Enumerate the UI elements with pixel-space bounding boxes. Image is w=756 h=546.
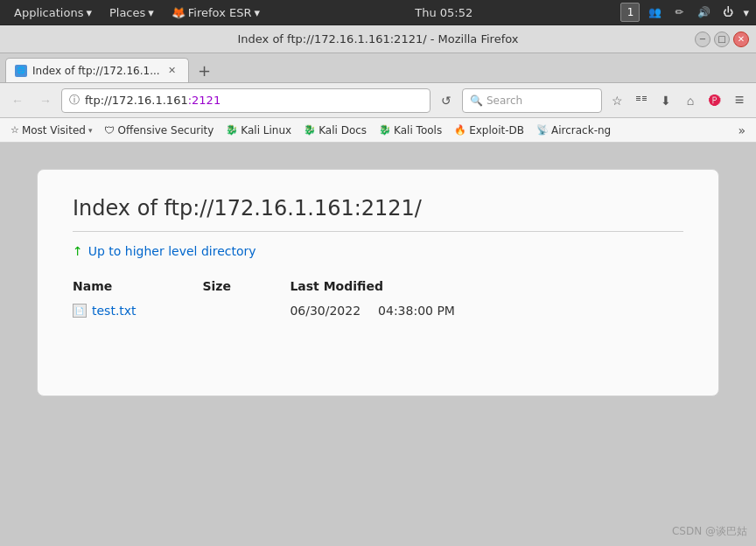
home-button[interactable]: ⌂ — [679, 89, 702, 112]
bookmark-kali-docs[interactable]: 🐉 Kali Docs — [298, 122, 372, 138]
places-label: Places — [109, 6, 145, 19]
firefox-esr-menu[interactable]: 🦊 Firefox ESR ▾ — [164, 4, 267, 21]
last-modified-column-header: Last Modified — [290, 276, 482, 300]
svg-rect-4 — [642, 98, 647, 99]
reader-icon — [635, 94, 648, 107]
tab-bar: 🌐 Index of ftp://172.16.1... ✕ + — [0, 53, 756, 83]
bookmark-exploit-db-label: Exploit-DB — [469, 124, 524, 136]
search-bar[interactable]: 🔍 Search — [462, 88, 602, 113]
nav-actions: ☆ ⬇ ⌂ 🅟 ≡ — [606, 89, 751, 112]
applications-menu[interactable]: Applications ▾ — [7, 4, 99, 21]
minimize-button[interactable]: − — [695, 32, 710, 47]
reader-view-button[interactable] — [630, 89, 653, 112]
up-directory-link[interactable]: ↑ Up to higher level directory — [73, 244, 683, 258]
close-button[interactable]: ✕ — [733, 32, 749, 47]
download-button[interactable]: ⬇ — [654, 89, 677, 112]
workspace-indicator[interactable]: 1 — [620, 3, 640, 22]
svg-rect-0 — [636, 96, 640, 97]
refresh-button[interactable]: ↺ — [434, 88, 458, 113]
bookmark-most-visited[interactable]: ☆ Most Visited ▾ — [5, 122, 97, 138]
maximize-button[interactable]: □ — [714, 32, 730, 47]
navigation-bar: ← → ⓘ ftp://172.16.1.161:2121 ↺ 🔍 Search… — [0, 83, 756, 118]
bookmark-aircrack-ng-label: Aircrack-ng — [551, 124, 611, 136]
name-column-header: Name — [73, 276, 202, 300]
file-icon: 📄 — [73, 304, 87, 318]
applications-arrow: ▾ — [86, 6, 92, 19]
tab-favicon: 🌐 — [15, 65, 27, 77]
active-tab[interactable]: 🌐 Index of ftp://172.16.1... ✕ — [5, 58, 189, 82]
browser-window: Index of ftp://172.16.1.161:2121/ - Mozi… — [0, 24, 756, 143]
volume-icon[interactable]: 🔊 — [694, 3, 713, 22]
file-size-cell — [202, 300, 290, 321]
ftp-title: Index of ftp://172.16.1.161:2121/ — [73, 196, 683, 232]
kali-linux-icon: 🐉 — [226, 124, 238, 136]
ftp-index-card: Index of ftp://172.16.1.161:2121/ ↑ Up t… — [37, 169, 719, 396]
table-header-row: Name Size Last Modified — [73, 276, 683, 300]
kali-docs-icon: 🐉 — [304, 124, 316, 136]
file-date: 06/30/2022 — [290, 304, 360, 318]
file-link[interactable]: 📄 test.txt — [73, 304, 202, 318]
new-tab-button[interactable]: + — [192, 58, 217, 82]
system-tray: 1 👥 ✏ 🔊 ⏻ ▾ — [620, 3, 749, 22]
firefox-arrow: ▾ — [254, 6, 260, 19]
back-button[interactable]: ← — [5, 88, 30, 113]
bookmark-aircrack-ng[interactable]: 📡 Aircrack-ng — [531, 122, 616, 138]
menu-button[interactable]: ≡ — [728, 89, 751, 112]
system-bar: Applications ▾ Places ▾ 🦊 Firefox ESR ▾ … — [0, 0, 756, 24]
bookmark-kali-linux[interactable]: 🐉 Kali Linux — [220, 122, 297, 138]
bookmark-offensive-security[interactable]: 🛡 Offensive Security — [99, 122, 219, 138]
search-placeholder: Search — [486, 94, 522, 107]
up-arrow-icon: ↑ — [73, 244, 83, 258]
svg-rect-2 — [636, 100, 640, 101]
offensive-security-icon: 🛡 — [104, 124, 115, 136]
file-table: Name Size Last Modified 📄 test.txt 06/30… — [73, 276, 683, 321]
window-controls: − □ ✕ — [695, 32, 749, 47]
system-clock: Thu 05:52 — [404, 4, 483, 21]
bookmark-offensive-security-label: Offensive Security — [117, 124, 214, 136]
file-name: test.txt — [92, 304, 136, 318]
bookmark-kali-linux-label: Kali Linux — [241, 124, 291, 136]
places-arrow: ▾ — [148, 6, 154, 19]
title-bar: Index of ftp://172.16.1.161:2121/ - Mozi… — [0, 25, 756, 53]
exploit-db-icon: 🔥 — [454, 124, 466, 136]
bookmark-kali-tools-label: Kali Tools — [394, 124, 442, 136]
window-title: Index of ftp://172.16.1.161:2121/ - Mozi… — [237, 32, 518, 46]
forward-button[interactable]: → — [33, 88, 58, 113]
page-area: Index of ftp://172.16.1.161:2121/ ↑ Up t… — [0, 143, 756, 546]
file-name-cell: 📄 test.txt — [73, 300, 202, 321]
port-text: :2121 — [188, 94, 220, 107]
applications-label: Applications — [14, 6, 83, 19]
up-directory-label: Up to higher level directory — [88, 244, 256, 258]
tab-title: Index of ftp://172.16.1... — [32, 65, 160, 77]
file-time: 04:38:00 PM — [378, 304, 455, 318]
kali-tools-icon: 🐉 — [379, 124, 391, 136]
svg-rect-5 — [642, 100, 647, 101]
bookmarks-more-button[interactable]: » — [732, 122, 751, 139]
svg-rect-3 — [642, 96, 647, 97]
aircrack-ng-icon: 📡 — [536, 124, 549, 136]
tab-close-button[interactable]: ✕ — [165, 64, 179, 78]
bluetooth-icon[interactable]: ✏ — [669, 3, 689, 22]
places-menu[interactable]: Places ▾ — [102, 4, 161, 21]
table-row: 📄 test.txt 06/30/2022 04:38:00 PM — [73, 300, 683, 321]
address-bar[interactable]: ⓘ ftp://172.16.1.161:2121 — [61, 88, 430, 113]
info-icon[interactable]: ⓘ — [69, 93, 80, 108]
most-visited-icon: ☆ — [10, 124, 19, 136]
bookmark-kali-docs-label: Kali Docs — [318, 124, 367, 136]
bookmarks-bar: ☆ Most Visited ▾ 🛡 Offensive Security 🐉 … — [0, 118, 756, 143]
bookmark-kali-tools[interactable]: 🐉 Kali Tools — [374, 122, 447, 138]
bookmark-most-visited-label: Most Visited — [22, 124, 86, 136]
url-text: ftp://172.16.1.161:2121 — [85, 94, 423, 107]
firefox-esr-label: Firefox ESR — [188, 6, 252, 19]
bookmark-exploit-db[interactable]: 🔥 Exploit-DB — [449, 122, 529, 138]
search-icon: 🔍 — [470, 94, 483, 107]
size-column-header: Size — [202, 276, 290, 300]
power-icon[interactable]: ⏻ — [718, 3, 738, 22]
star-button[interactable]: ☆ — [606, 89, 628, 112]
svg-rect-1 — [636, 98, 640, 99]
users-icon[interactable]: 👥 — [645, 3, 664, 22]
watermark: CSDN @谈巴姑 — [672, 524, 747, 539]
pocket-button[interactable]: 🅟 — [704, 89, 726, 112]
tray-arrow: ▾ — [743, 6, 749, 19]
file-date-cell: 06/30/2022 04:38:00 PM — [290, 300, 683, 321]
